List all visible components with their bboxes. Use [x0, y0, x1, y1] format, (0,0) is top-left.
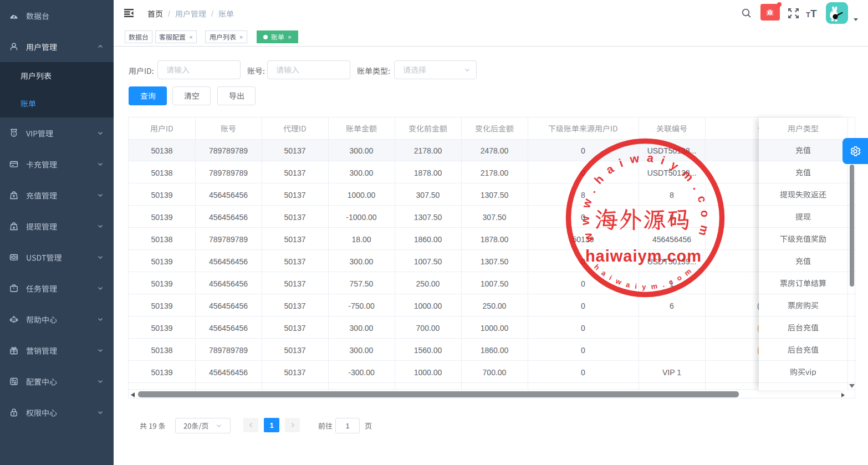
svg-text:T: T	[806, 11, 810, 18]
svg-text:1: 1	[13, 132, 15, 136]
svg-text:T: T	[810, 8, 817, 18]
